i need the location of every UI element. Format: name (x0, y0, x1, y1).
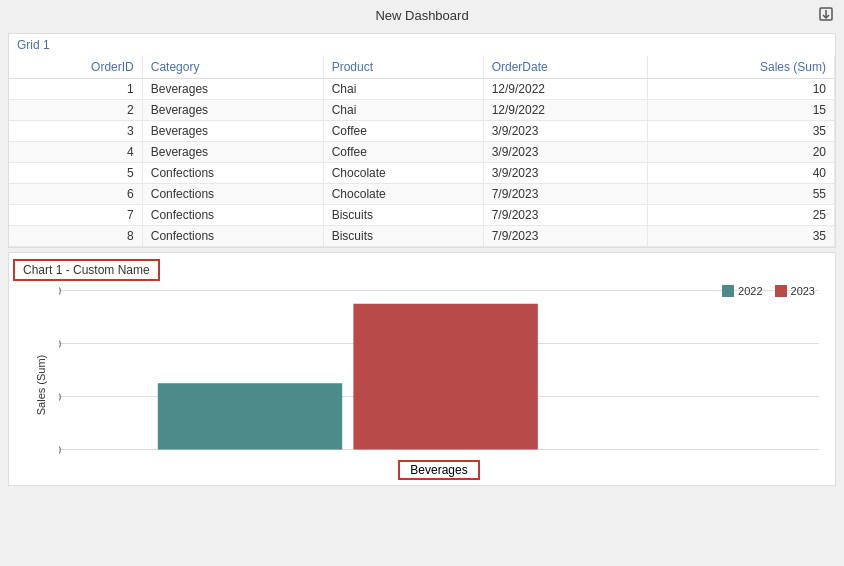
cell-product: Chai (323, 100, 483, 121)
table-row: 5 Confections Chocolate 3/9/2023 40 (9, 163, 835, 184)
legend-item-2022: 2022 (722, 285, 762, 297)
cell-orderdate: 12/9/2022 (483, 79, 647, 100)
cell-orderdate: 3/9/2023 (483, 121, 647, 142)
cell-orderid: 5 (9, 163, 142, 184)
cell-sales: 35 (648, 121, 835, 142)
table-row: 3 Beverages Coffee 3/9/2023 35 (9, 121, 835, 142)
cell-orderdate: 7/9/2023 (483, 226, 647, 247)
legend-item-2023: 2023 (775, 285, 815, 297)
legend-label-2022: 2022 (738, 285, 762, 297)
cell-orderdate: 7/9/2023 (483, 184, 647, 205)
table-row: 8 Confections Biscuits 7/9/2023 35 (9, 226, 835, 247)
cell-sales: 40 (648, 163, 835, 184)
chart-title: Chart 1 - Custom Name (13, 259, 160, 281)
cell-product: Coffee (323, 142, 483, 163)
cell-sales: 25 (648, 205, 835, 226)
col-product: Product (323, 56, 483, 79)
col-orderid: OrderID (9, 56, 142, 79)
grid-panel: Grid 1 OrderID Category Product OrderDat… (8, 33, 836, 248)
svg-text:60: 60 (59, 285, 61, 297)
cell-orderdate: 3/9/2023 (483, 142, 647, 163)
cell-orderid: 4 (9, 142, 142, 163)
cell-orderid: 8 (9, 226, 142, 247)
cell-orderid: 2 (9, 100, 142, 121)
cell-category: Beverages (142, 142, 323, 163)
cell-orderid: 7 (9, 205, 142, 226)
cell-product: Biscuits (323, 205, 483, 226)
cell-sales: 10 (648, 79, 835, 100)
cell-category: Beverages (142, 121, 323, 142)
table-row: 2 Beverages Chai 12/9/2022 15 (9, 100, 835, 121)
table-row: 1 Beverages Chai 12/9/2022 10 (9, 79, 835, 100)
chart-legend: 2022 2023 (722, 285, 815, 297)
svg-text:40: 40 (59, 338, 61, 350)
export-icon[interactable] (818, 6, 834, 25)
cell-orderdate: 3/9/2023 (483, 163, 647, 184)
cell-category: Confections (142, 205, 323, 226)
cell-sales: 35 (648, 226, 835, 247)
y-axis-label: Sales (Sum) (35, 355, 47, 416)
x-axis-category: Beverages (398, 460, 479, 480)
dashboard-title: New Dashboard (375, 8, 468, 23)
legend-label-2023: 2023 (791, 285, 815, 297)
cell-orderdate: 12/9/2022 (483, 100, 647, 121)
col-sales: Sales (Sum) (648, 56, 835, 79)
svg-text:0: 0 (59, 444, 61, 455)
svg-rect-10 (158, 383, 342, 449)
col-orderdate: OrderDate (483, 56, 647, 79)
cell-product: Chai (323, 79, 483, 100)
cell-category: Confections (142, 184, 323, 205)
chart-svg: 0204060 (59, 285, 819, 455)
cell-orderid: 1 (9, 79, 142, 100)
cell-product: Coffee (323, 121, 483, 142)
cell-orderid: 6 (9, 184, 142, 205)
cell-category: Confections (142, 226, 323, 247)
dashboard: New Dashboard Grid 1 OrderID Category Pr… (0, 0, 844, 566)
cell-product: Chocolate (323, 163, 483, 184)
cell-category: Beverages (142, 100, 323, 121)
chart-panel: Chart 1 - Custom Name 2022 2023 Sales (S… (8, 252, 836, 486)
cell-category: Beverages (142, 79, 323, 100)
svg-text:20: 20 (59, 391, 61, 403)
cell-sales: 15 (648, 100, 835, 121)
cell-sales: 55 (648, 184, 835, 205)
table-row: 6 Confections Chocolate 7/9/2023 55 (9, 184, 835, 205)
cell-orderid: 3 (9, 121, 142, 142)
legend-swatch-2023 (775, 285, 787, 297)
legend-swatch-2022 (722, 285, 734, 297)
chart-area: 2022 2023 Sales (Sum) 0204060 Beverages (9, 285, 835, 485)
table-row: 4 Beverages Coffee 3/9/2023 20 (9, 142, 835, 163)
svg-rect-11 (353, 304, 537, 450)
data-table: OrderID Category Product OrderDate Sales… (9, 56, 835, 247)
cell-orderdate: 7/9/2023 (483, 205, 647, 226)
dashboard-header: New Dashboard (0, 0, 844, 29)
table-row: 7 Confections Biscuits 7/9/2023 25 (9, 205, 835, 226)
cell-product: Chocolate (323, 184, 483, 205)
cell-category: Confections (142, 163, 323, 184)
grid-title: Grid 1 (9, 34, 835, 56)
cell-sales: 20 (648, 142, 835, 163)
col-category: Category (142, 56, 323, 79)
cell-product: Biscuits (323, 226, 483, 247)
